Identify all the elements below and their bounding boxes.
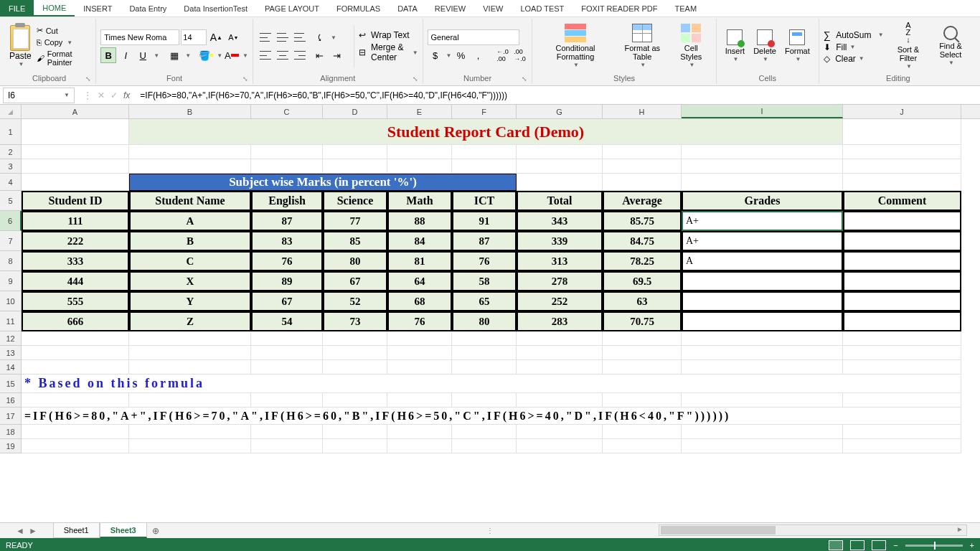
cell[interactable]: 313 <box>517 251 603 271</box>
cell[interactable] <box>251 159 323 174</box>
font-color-button[interactable]: A <box>224 47 240 63</box>
format-cells-button[interactable]: Format▼ <box>781 27 814 66</box>
increase-decimal-button[interactable]: ←.0.00 <box>494 47 510 63</box>
decrease-font-button[interactable]: A▼ <box>225 29 241 45</box>
column-header-D[interactable]: D <box>323 105 387 118</box>
cell[interactable] <box>22 174 129 191</box>
row-header[interactable]: 18 <box>0 425 22 439</box>
cell[interactable]: C <box>129 251 251 271</box>
tab-load-test[interactable]: LOAD TEST <box>512 0 573 17</box>
cell[interactable] <box>843 211 961 231</box>
cell[interactable]: 83 <box>251 231 323 251</box>
cell[interactable] <box>452 393 517 408</box>
cell[interactable] <box>22 425 129 439</box>
cell[interactable] <box>323 346 387 360</box>
cell[interactable]: 85.75 <box>603 211 682 231</box>
cell[interactable]: 333 <box>22 251 129 271</box>
sheet-nav-last[interactable]: ► <box>27 526 39 536</box>
align-bottom-button[interactable] <box>292 29 308 45</box>
cell[interactable] <box>843 425 961 439</box>
cell[interactable] <box>682 393 843 408</box>
align-right-button[interactable] <box>292 47 308 63</box>
cell[interactable] <box>517 425 603 439</box>
cell[interactable]: Science <box>323 191 387 211</box>
cell[interactable] <box>517 439 603 453</box>
cell[interactable] <box>251 439 323 453</box>
cell[interactable] <box>251 145 323 159</box>
cell[interactable]: Student ID <box>22 191 129 211</box>
tab-insert[interactable]: INSERT <box>75 0 121 17</box>
name-box[interactable]: I6▼ <box>3 88 75 103</box>
cell[interactable] <box>323 439 387 453</box>
cell[interactable] <box>22 159 129 174</box>
cell[interactable]: 87 <box>251 211 323 231</box>
cell[interactable] <box>682 159 843 174</box>
cell[interactable]: 80 <box>452 311 517 331</box>
column-header-B[interactable]: B <box>129 105 251 118</box>
row-header[interactable]: 5 <box>0 191 22 211</box>
cell[interactable] <box>517 360 603 375</box>
cell[interactable] <box>129 159 251 174</box>
chevron-down-icon[interactable]: ▼ <box>446 52 452 59</box>
cell[interactable]: A+ <box>682 231 843 251</box>
cell[interactable] <box>603 174 682 191</box>
cell[interactable] <box>22 393 129 408</box>
cell[interactable] <box>387 439 452 453</box>
decrease-decimal-button[interactable]: .00→.0 <box>512 47 527 63</box>
cell[interactable]: Comment <box>843 191 961 211</box>
cell[interactable] <box>603 159 682 174</box>
font-size-select[interactable] <box>181 29 207 45</box>
spreadsheet-grid[interactable]: ◢ ABCDEFGHIJ 1Student Report Card (Demo)… <box>0 105 980 522</box>
row-header[interactable]: 12 <box>0 331 22 346</box>
cell[interactable] <box>843 251 961 271</box>
cell[interactable]: 278 <box>517 271 603 291</box>
cancel-formula-button[interactable]: ✕ <box>98 90 105 100</box>
cell[interactable] <box>452 425 517 439</box>
accounting-format-button[interactable]: $ <box>428 47 443 63</box>
scrollbar-thumb[interactable] <box>661 526 776 534</box>
cell[interactable] <box>452 159 517 174</box>
cell[interactable] <box>129 331 251 346</box>
cell-styles-button[interactable]: Cell Styles▼ <box>671 21 712 72</box>
align-top-button[interactable] <box>258 29 273 45</box>
borders-button[interactable]: ▦ <box>166 47 182 63</box>
cell[interactable] <box>323 425 387 439</box>
cell[interactable] <box>387 331 452 346</box>
cell[interactable]: 70.75 <box>603 311 682 331</box>
tab-formulas[interactable]: FORMULAS <box>328 0 389 17</box>
cell[interactable]: 80 <box>323 251 387 271</box>
row-header[interactable]: 13 <box>0 346 22 360</box>
cell[interactable]: Subject wise Marks (in percent '%') <box>129 174 517 191</box>
cell[interactable] <box>843 174 961 191</box>
zoom-in-button[interactable]: + <box>970 541 974 550</box>
tab-data[interactable]: DATA <box>389 0 426 17</box>
row-header[interactable]: 8 <box>0 251 22 271</box>
cell[interactable] <box>603 393 682 408</box>
cell[interactable]: 67 <box>251 291 323 311</box>
align-center-button[interactable] <box>275 47 291 63</box>
tab-file[interactable]: FILE <box>0 0 34 17</box>
dialog-launcher-icon[interactable]: ⤡ <box>413 75 418 83</box>
cell[interactable] <box>682 271 843 291</box>
cell[interactable] <box>323 331 387 346</box>
cell[interactable]: Grades <box>682 191 843 211</box>
tab-view[interactable]: VIEW <box>474 0 512 17</box>
cell[interactable] <box>843 271 961 291</box>
comma-format-button[interactable]: , <box>470 47 486 63</box>
cell[interactable] <box>323 145 387 159</box>
cell[interactable]: Total <box>517 191 603 211</box>
cell[interactable]: 81 <box>387 251 452 271</box>
cell[interactable]: Z <box>129 311 251 331</box>
chevron-down-icon[interactable]: ▼ <box>242 52 248 59</box>
column-header-E[interactable]: E <box>387 105 452 118</box>
cell[interactable] <box>22 145 129 159</box>
cell[interactable]: 76 <box>251 251 323 271</box>
row-header[interactable]: 19 <box>0 439 22 453</box>
page-layout-view-button[interactable] <box>850 540 864 550</box>
cell[interactable] <box>843 145 961 159</box>
row-header[interactable]: 16 <box>0 393 22 408</box>
enter-formula-button[interactable]: ✓ <box>110 90 118 100</box>
horizontal-scrollbar[interactable]: ◄ ► <box>659 524 967 536</box>
cell[interactable] <box>452 439 517 453</box>
cell[interactable] <box>251 360 323 375</box>
